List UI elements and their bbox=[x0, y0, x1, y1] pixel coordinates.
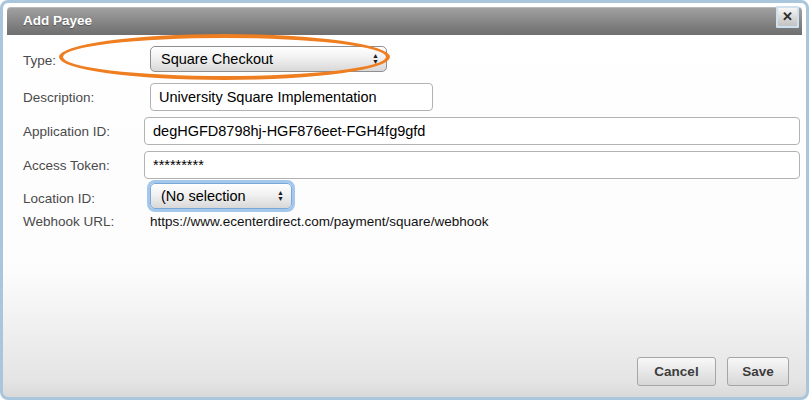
access-token-label: Access Token: bbox=[23, 158, 110, 173]
type-select[interactable]: Square Checkout ▲ ▼ bbox=[150, 46, 387, 72]
webhook-url-label: Webhook URL: bbox=[23, 214, 114, 229]
webhook-url-value: https://www.ecenterdirect.com/payment/sq… bbox=[150, 214, 488, 229]
add-payee-dialog: Add Payee ✕ Type: Square Checkout ▲ ▼ De… bbox=[0, 0, 809, 400]
type-label: Type: bbox=[23, 53, 56, 68]
select-arrows-icon: ▲ ▼ bbox=[372, 53, 379, 65]
application-id-label: Application ID: bbox=[23, 124, 110, 139]
arrow-down-icon: ▼ bbox=[372, 59, 379, 65]
close-icon[interactable]: ✕ bbox=[776, 6, 799, 28]
location-id-select-value: (No selection bbox=[161, 188, 267, 204]
location-id-select[interactable]: (No selection ▲ ▼ bbox=[150, 183, 292, 209]
arrow-down-icon: ▼ bbox=[277, 196, 284, 202]
dialog-title: Add Payee bbox=[23, 7, 92, 35]
access-token-input[interactable] bbox=[144, 151, 800, 179]
application-id-input[interactable] bbox=[144, 117, 800, 145]
cancel-button[interactable]: Cancel bbox=[637, 357, 716, 386]
description-label: Description: bbox=[23, 90, 94, 105]
type-select-value: Square Checkout bbox=[161, 51, 362, 67]
location-id-label: Location ID: bbox=[23, 191, 95, 206]
description-input[interactable] bbox=[150, 83, 433, 111]
dialog-titlebar: Add Payee bbox=[7, 7, 802, 35]
select-arrows-icon: ▲ ▼ bbox=[277, 190, 284, 202]
save-button[interactable]: Save bbox=[727, 357, 789, 386]
